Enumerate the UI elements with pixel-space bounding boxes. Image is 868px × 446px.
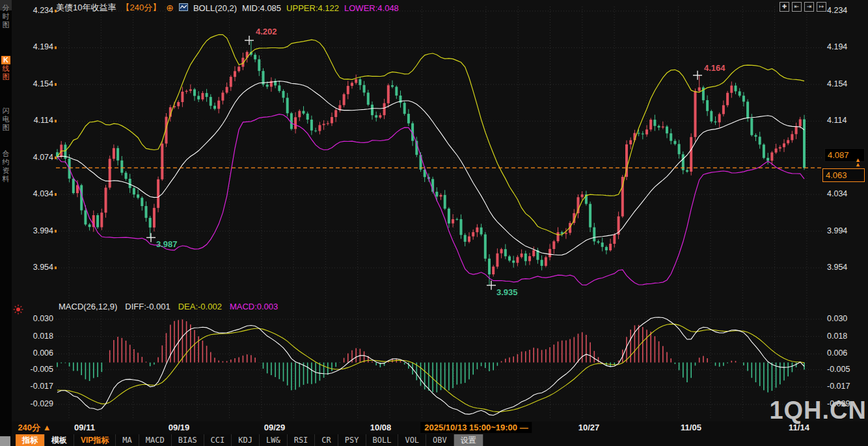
x-axis-date-label: 10/27 [578, 423, 600, 432]
boll-indicator-label: BOLL(20,2) [193, 3, 237, 13]
extreme-price-label: 3.987 [156, 239, 178, 249]
sidebar-tab-char: 约 [0, 158, 12, 166]
toolbar-button-MACD[interactable]: MACD [139, 434, 172, 446]
y-axis-label-left: 4.234 [13, 6, 53, 15]
macd-axis-label-left: 0.006 [13, 348, 53, 358]
toolbar-button-CR[interactable]: CR [315, 434, 338, 446]
macd-axis-label-left: -0.029 [13, 399, 53, 408]
y-axis-label-right: 3.994 [827, 226, 847, 235]
toolbar-button-RSI[interactable]: RSI [288, 434, 316, 446]
macd-indicator-label: MACD(26,12,9) [59, 302, 117, 311]
sidebar-tab-分时图[interactable]: 分时图 [0, 4, 12, 29]
sidebar-tab-char: 线 [0, 64, 12, 73]
y-axis-label-left: 4.194 [13, 42, 53, 51]
sidebar-tab-char: 电 [0, 115, 12, 124]
sidebar-tab-闪电图[interactable]: 闪电图 [0, 107, 12, 132]
sidebar-tab-char: 分 [0, 4, 12, 12]
y-axis-label-left: 3.954 [13, 263, 53, 272]
kline-chart[interactable] [0, 0, 868, 446]
x-axis-date-label: 09/19 [169, 423, 190, 432]
instrument-name: 美债10年收益率 [56, 2, 116, 14]
boll-upper-value: UPPER:4.122 [286, 3, 339, 13]
sidebar-tab-char: 图 [0, 124, 12, 132]
y-axis-label-right: 3.954 [827, 263, 847, 272]
extreme-price-label: 3.935 [496, 287, 518, 297]
sidebar-tab-char: 料 [0, 175, 12, 183]
sidebar-tab-char: 资 [0, 166, 12, 175]
macd-axis-label-right: -0.017 [827, 382, 850, 391]
x-axis-date-label: 10/08 [370, 423, 392, 432]
sidebar-tab-char: 合 [0, 150, 12, 158]
boll-mid-value: MID:4.085 [242, 3, 281, 13]
macd-axis-label-left: 0.018 [13, 332, 53, 341]
macd-axis-label-right: 0.018 [827, 332, 847, 341]
macd-axis-label-right: -0.005 [827, 365, 850, 374]
toolbar-button-LW&[interactable]: LW& [260, 434, 288, 446]
period-label[interactable]: 【240分】 [121, 2, 161, 14]
macd-axis-label-left: -0.017 [13, 382, 53, 391]
y-axis-label-right: 4.194 [827, 42, 847, 51]
toolbar-button-OBV[interactable]: OBV [426, 434, 454, 446]
sidebar-tab-char: 时 [0, 12, 12, 21]
fit-right-axis-icon[interactable]: ⇥ [804, 2, 814, 12]
window-layout-icons: ✚⇤⇥↦ [780, 2, 826, 12]
y-axis-label-left: 4.074 [13, 153, 53, 162]
pan-right-icon[interactable]: ↦ [817, 2, 826, 12]
macd-axis-label-left: -0.005 [13, 365, 53, 374]
x-axis-date-label: 11/05 [681, 423, 701, 432]
sidebar-tab-K线图[interactable]: K线图 [0, 56, 12, 81]
toolbar-button-指标[interactable]: 指标 [16, 434, 45, 446]
sidebar-tab-char: K [1, 56, 10, 64]
y-axis-label-right: 4.234 [827, 6, 847, 15]
sidebar: 分时图K线图闪电图合约资料 [0, 0, 12, 446]
toolbar-button-模板[interactable]: 模板 [45, 434, 74, 446]
selected-candle-time-label: 2025/10/13 15:00~19:00 — [420, 422, 532, 433]
macd-axis-label-right: 0.006 [827, 348, 847, 358]
price-marker-icon: ▲▲ [855, 158, 861, 167]
macd-axis-label-right: 0.030 [827, 314, 847, 323]
toolbar-button-KDJ[interactable]: KDJ [232, 434, 260, 446]
crosshair-icon[interactable]: ✚ [780, 2, 789, 12]
current-price-tag: 4.063 [822, 168, 865, 182]
y-axis-label-right: 4.114 [827, 116, 847, 125]
sidebar-tab-char: 图 [0, 21, 12, 29]
toolbar-button-设置[interactable]: 设置 [454, 434, 483, 446]
trading-app: 分时图K线图闪电图合约资料 美债10年收益率 【240分】 ⊕ BOLL(20,… [0, 0, 868, 446]
boll-lower-value: LOWER:4.048 [344, 3, 399, 13]
sidebar-tab-合约资料[interactable]: 合约资料 [0, 150, 12, 183]
toolbar-button-PSY[interactable]: PSY [338, 434, 366, 446]
indicator-toolbar: 指标模板VIP指标MAMACDBIASCCIKDJLW&RSICRPSYBOLL… [16, 434, 483, 446]
sidebar-tab-char: 闪 [0, 107, 12, 115]
add-indicator-icon[interactable]: ⊕ [166, 3, 174, 12]
y-axis-label-left: 4.154 [13, 79, 53, 88]
macd-dea-value: DEA:-0.002 [178, 302, 222, 311]
y-axis-label-right: 4.034 [827, 189, 847, 198]
toolbar-button-VIP指标[interactable]: VIP指标 [74, 434, 116, 446]
y-axis-label-left: 3.994 [13, 226, 53, 235]
chart-title-row: 美债10年收益率 【240分】 ⊕ BOLL(20,2) MID:4.085 U… [56, 2, 399, 14]
y-axis-label-left: 4.034 [13, 189, 53, 198]
x-axis-date-label: 09/29 [264, 423, 286, 432]
watermark: 1QH.CN [769, 397, 867, 425]
macd-diff-value: DIFF:-0.001 [125, 302, 170, 311]
extreme-price-label: 4.164 [704, 63, 726, 73]
extreme-price-label: 4.202 [256, 27, 277, 36]
toolbar-button-BOLL[interactable]: BOLL [366, 434, 399, 446]
chart-type-icon [179, 3, 188, 13]
period-selector[interactable]: 240分 ▲ [14, 422, 55, 434]
alert-dot-icon[interactable] [13, 304, 23, 317]
toolbar-button-MA[interactable]: MA [116, 434, 139, 446]
fit-left-axis-icon[interactable]: ⇤ [792, 2, 802, 12]
y-axis-label-left: 4.114 [13, 116, 53, 125]
sidebar-tab-char: 图 [0, 73, 12, 81]
toolbar-button-VOL[interactable]: VOL [398, 434, 426, 446]
period-dropdown-arrow-icon: ▲ [43, 423, 51, 432]
macd-header: MACD(26,12,9) DIFF:-0.001 DEA:-0.002 MAC… [59, 302, 278, 311]
y-axis-label-right: 4.154 [827, 79, 847, 88]
macd-macd-value: MACD:0.003 [230, 302, 278, 311]
resize-corner[interactable] [0, 436, 10, 446]
toolbar-button-BIAS[interactable]: BIAS [172, 434, 204, 446]
toolbar-button-CCI[interactable]: CCI [204, 434, 232, 446]
chart-canvas[interactable] [0, 0, 868, 421]
x-axis-date-label: 09/11 [74, 423, 95, 432]
